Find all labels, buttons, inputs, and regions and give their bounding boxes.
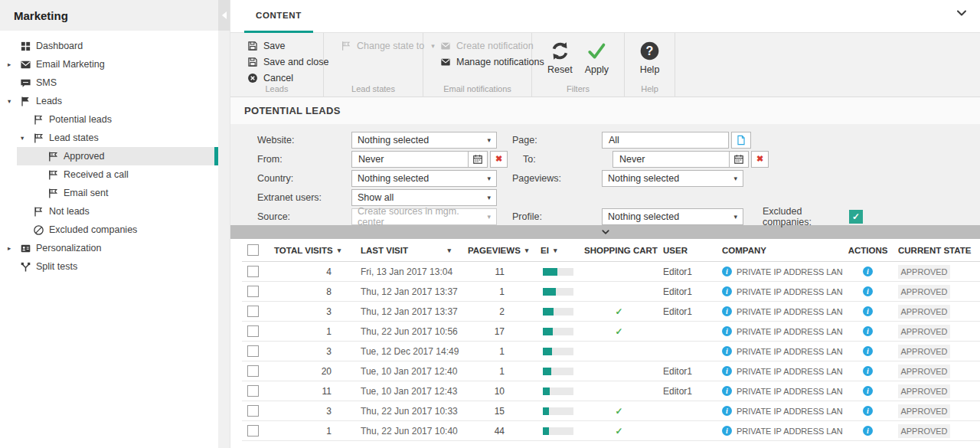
row-checkbox[interactable] [247,425,259,437]
country-select[interactable]: Nothing selected▾ [351,170,497,187]
action-info-icon[interactable]: i [863,406,873,416]
select-page-button[interactable] [731,132,751,149]
expander-right-icon[interactable]: ▸ [8,60,19,68]
cell-checkbox [242,385,273,397]
sidebar-item-potential-leads[interactable]: Potential leads [0,110,218,129]
sort-caret-icon[interactable]: ▾ [525,247,529,254]
split-icon [19,260,31,273]
filter-collapse-bar[interactable] [230,225,980,239]
sidebar-item-not-leads[interactable]: Not leads [0,202,218,221]
to-input[interactable]: Never [612,151,729,168]
company-info-icon[interactable]: i [722,386,732,396]
company-info-icon[interactable]: i [722,366,732,376]
ei-bar-fill [543,407,549,415]
sidebar-item-excluded-companies[interactable]: Excluded companies [0,221,218,239]
action-info-icon[interactable]: i [863,306,873,316]
sidebar-item-dashboard[interactable]: Dashboard [0,37,218,55]
select-caret-icon: ▾ [487,175,491,182]
action-info-icon[interactable]: i [863,366,873,376]
company-info-icon[interactable]: i [722,406,732,416]
select-all-checkbox[interactable] [247,244,259,256]
company-info-icon[interactable]: i [722,267,732,276]
sidebar-item-email-marketing[interactable]: ▸Email Marketing [0,55,218,74]
excluded-companies-checkbox[interactable]: ✓ [849,210,863,224]
company-info-icon[interactable]: i [722,326,732,336]
expander-down-icon[interactable]: ▾ [21,134,32,142]
filter-row: Website:Nothing selected▾Page:All [257,130,980,149]
apply-button[interactable]: Apply [585,41,609,75]
action-info-icon[interactable]: i [863,267,873,276]
action-info-icon[interactable]: i [863,346,873,356]
profile-select[interactable]: Nothing selected▾ [602,208,743,225]
save-button[interactable]: Save [230,38,323,54]
page-input[interactable]: All [602,132,729,149]
sidebar-item-approved[interactable]: Approved [0,147,218,165]
cell-current-state: APPROVED [893,404,980,418]
table-row [242,441,980,448]
cell-actions: i [843,366,893,376]
row-checkbox[interactable] [247,365,259,377]
expander-right-icon[interactable]: ▸ [8,244,19,252]
column-header-ei: EI▾ [529,246,579,255]
company-info-icon[interactable]: i [722,286,732,296]
sidebar-item-split-tests[interactable]: Split tests [0,257,218,276]
sidebar-item-received-a-call[interactable]: Received a call [0,165,218,184]
reset-button[interactable]: Reset [547,41,573,75]
ei-bar-fill [543,268,557,276]
company-info-icon[interactable]: i [722,346,732,356]
sort-caret-icon[interactable]: ▾ [338,247,341,254]
table-row: 3Thu, 22 Jun 2017 10:3315✓iPRIVATE IP AD… [242,401,980,421]
sidebar-item-leads[interactable]: ▾Leads [0,92,218,110]
button-label: Change state to [357,41,424,51]
action-info-icon[interactable]: i [863,286,873,296]
extranet-users-select[interactable]: Show all▾ [351,189,497,206]
pageviews-select[interactable]: Nothing selected▾ [602,170,743,187]
cancel-button[interactable]: Cancel [230,70,323,86]
row-checkbox[interactable] [247,405,259,417]
tab-content[interactable]: CONTENT [244,0,313,33]
app: Marketing Dashboard▸Email MarketingSMS▾L… [0,0,980,448]
from-input[interactable]: Never [351,151,468,168]
cell-pageviews: 1 [460,346,529,357]
sidebar-collapse-button[interactable] [218,0,230,31]
website-select[interactable]: Nothing selected▾ [351,132,497,149]
cell-shopping-cart: ✓ [579,306,659,317]
cell-actions: i [843,267,893,276]
row-checkbox[interactable] [247,266,259,277]
row-checkbox[interactable] [247,306,259,317]
company-info-icon[interactable]: i [722,426,732,436]
cell-pageviews: 17 [460,326,529,337]
status-badge: APPROVED [898,285,950,299]
save-icon [247,57,258,67]
change-state-to-button: Change state to▾ [324,38,423,54]
clear-date-button[interactable]: ✖ [490,151,508,168]
calendar-button[interactable] [468,151,488,168]
action-info-icon[interactable]: i [863,426,873,436]
clear-date-button[interactable]: ✖ [751,151,769,168]
row-checkbox[interactable] [247,385,259,397]
expander-down-icon[interactable]: ▾ [8,97,19,105]
action-info-icon[interactable]: i [863,326,873,336]
manage-notifications-button[interactable]: Manage notifications [423,54,531,70]
calendar-button[interactable] [729,151,749,168]
company-info-icon[interactable]: i [722,306,732,316]
row-checkbox[interactable] [247,325,259,337]
sidebar-item-email-sent[interactable]: Email sent [0,184,218,202]
cell-checkbox [242,325,273,337]
sidebar-item-lead-states[interactable]: ▾Lead states [0,129,218,147]
row-checkbox[interactable] [247,286,259,297]
envelope-icon [440,41,451,51]
row-checkbox[interactable] [247,345,259,357]
panel-collapse-button[interactable] [956,7,971,22]
sort-caret-icon[interactable]: ▾ [554,247,557,254]
help-button[interactable]: ?Help [639,41,660,75]
status-badge: APPROVED [898,265,950,279]
action-info-icon[interactable]: i [863,386,873,396]
sidebar-item-sms[interactable]: SMS [0,74,218,92]
save-and-close-button[interactable]: Save and close [230,54,323,70]
website-label: Website: [257,135,351,146]
sidebar-item-personalization[interactable]: ▸Personalization [0,239,218,257]
company-name: PRIVATE IP ADDRESS LAN [737,267,843,276]
sort-caret-icon[interactable]: ▾ [447,247,451,254]
cell-total-visits: 11 [273,386,353,397]
